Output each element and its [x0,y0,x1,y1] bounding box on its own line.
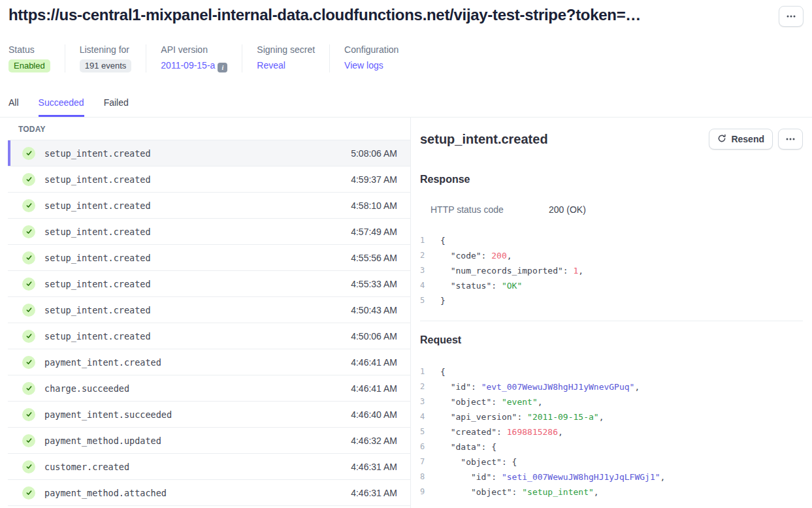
event-time: 5:08:06 AM [351,148,397,159]
event-list-pane: TODAY setup_intent.created5:08:06 AMsetu… [0,118,411,508]
detail-overflow-button[interactable] [778,129,803,150]
reveal-secret-link[interactable]: Reveal [257,60,285,71]
meta-label: Listening for [80,44,132,55]
line-number: 3 [420,394,429,409]
code-text: "id": "seti_007WewuJW8hgHJ1yJqLFWGj1", [440,469,665,484]
event-name: setup_intent.created [44,200,151,211]
code-text: { [440,364,446,379]
line-number: 1 [420,364,429,379]
event-time: 4:50:43 AM [351,305,397,315]
event-row[interactable]: payment_intent.created4:46:41 AM [8,349,410,375]
event-detail-pane: setup_intent.created Resend Response HTT… [411,118,812,508]
event-row[interactable]: setup_intent.created4:50:06 AM [8,323,410,349]
event-name: setup_intent.created [44,148,151,159]
meta-configuration: Configuration View logs [344,44,413,72]
meta-listening-for: Listening for 191 events [80,44,147,72]
success-check-icon [22,147,35,160]
event-time: 4:55:33 AM [351,279,397,289]
tab-succeeded[interactable]: Succeeded [39,97,84,117]
event-time: 4:58:10 AM [351,200,397,211]
code-text: } [440,293,446,308]
code-text: "created": 1698815286, [440,424,563,439]
info-icon[interactable]: i [218,63,227,72]
success-check-icon [22,225,35,238]
line-number: 6 [420,439,429,454]
success-check-icon [22,304,35,317]
event-name: setup_intent.created [44,253,151,263]
success-check-icon [22,356,35,369]
event-row[interactable]: customer.created4:46:31 AM [8,454,410,480]
request-code: 1{2 "id": "evt_007WewuJW8hgHJ1yWnevGPuq"… [420,364,803,500]
status-badge: Enabled [8,59,50,72]
view-logs-link[interactable]: View logs [344,60,383,71]
event-row[interactable]: setup_intent.created4:57:49 AM [8,219,410,245]
resend-refresh-icon [717,134,726,145]
meta-label: Status [8,44,50,55]
request-section-heading: Request [420,334,803,346]
event-row[interactable]: payment_method.attached4:46:31 AM [8,480,410,506]
event-row[interactable]: setup_intent.created4:55:33 AM [8,271,410,297]
meta-label: API version [161,44,227,55]
endpoint-meta-row: Status Enabled Listening for 191 events … [0,44,812,72]
meta-signing-secret: Signing secret Reveal [257,44,330,72]
ellipsis-icon [786,138,795,140]
event-row[interactable]: setup_intent.created4:50:43 AM [8,297,410,323]
event-time: 4:46:31 AM [351,488,397,498]
success-check-icon [22,330,35,343]
event-row[interactable]: payment_intent.succeeded4:46:40 AM [8,402,410,428]
http-status-value: 200 (OK) [549,204,586,215]
event-row[interactable]: setup_intent.created4:55:56 AM [8,245,410,271]
event-row[interactable]: setup_intent.created4:58:10 AM [8,193,410,219]
event-time: 4:46:32 AM [351,436,397,446]
code-text: "num_records_imported": 1, [440,263,583,278]
code-text: "object": { [440,454,517,469]
code-text: "status": "OK" [440,278,522,293]
event-group-header: TODAY [8,118,410,140]
event-row[interactable]: setup_intent.created4:59:37 AM [8,167,410,193]
tab-all[interactable]: All [8,97,19,117]
success-check-icon [22,434,35,447]
resend-button[interactable]: Resend [709,129,773,150]
success-check-icon [22,382,35,395]
event-name: payment_method.attached [44,488,167,498]
line-number: 5 [420,293,429,308]
event-row[interactable]: charge.succeeded4:46:41 AM [8,375,410,402]
event-name: setup_intent.created [44,227,151,237]
success-check-icon [22,486,35,500]
code-text: "code": 200, [440,248,512,263]
page-header: https://us-central1-mixpanel-internal-da… [0,0,812,27]
event-name: setup_intent.created [44,331,151,341]
response-section-heading: Response [420,174,803,185]
success-check-icon [22,460,35,473]
http-status-label: HTTP status code [430,204,549,215]
event-time: 4:46:40 AM [351,409,397,420]
event-time: 4:50:06 AM [351,331,397,341]
line-number: 7 [420,454,429,469]
response-code: 1{2 "code": 200,3 "num_records_imported"… [420,233,803,308]
api-version-link[interactable]: 2011-09-15-a [161,60,215,71]
success-check-icon [22,173,35,186]
success-check-icon [22,278,35,291]
line-number: 3 [420,263,429,278]
event-list-rows: setup_intent.created5:08:06 AMsetup_inte… [8,140,410,506]
event-name: charge.succeeded [44,383,129,394]
event-time: 4:46:31 AM [351,462,397,472]
code-text: { [440,233,446,248]
code-text: "data": { [440,439,496,454]
event-row[interactable]: payment_method.updated4:46:32 AM [8,428,410,454]
event-time: 4:59:37 AM [351,174,397,185]
line-number: 2 [420,248,429,263]
line-number: 4 [420,409,429,424]
resend-button-label: Resend [731,134,764,144]
line-number: 8 [420,469,429,484]
line-number: 5 [420,424,429,439]
event-detail-title: setup_intent.created [420,132,548,147]
event-time: 4:46:41 AM [351,357,397,368]
code-text: "api_version": "2011-09-15-a", [440,409,604,424]
event-row[interactable]: setup_intent.created5:08:06 AM [8,140,410,167]
event-name: payment_intent.succeeded [44,409,172,420]
tab-failed[interactable]: Failed [104,97,129,117]
code-text: "id": "evt_007WewuJW8hgHJ1yWnevGPuq", [440,379,640,394]
header-overflow-button[interactable] [779,6,804,27]
ellipsis-icon [787,15,796,18]
